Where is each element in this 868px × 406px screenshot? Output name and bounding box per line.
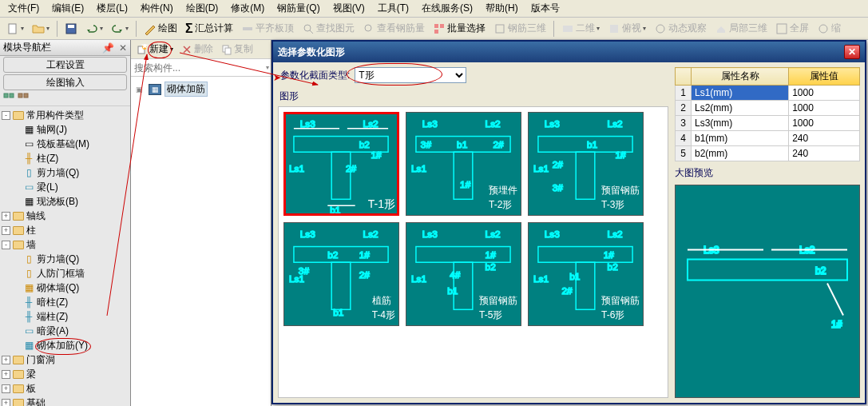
shrink-button[interactable]: 缩 [814, 20, 844, 37]
svg-rect-3 [243, 27, 252, 30]
svg-rect-9 [434, 30, 438, 34]
search-drop-icon[interactable]: ▾ [266, 64, 269, 71]
tree-hidbeam[interactable]: ▭暗梁(A) [2, 324, 129, 338]
collapse-all-icon[interactable] [18, 93, 29, 104]
figure-label: 图形 [279, 90, 668, 103]
shape-thumb-t4[interactable]: Ls3Ls2 3#b2 1#2# b1 Ls1 植筋T-4形 [283, 222, 399, 326]
tree-raft[interactable]: ▭筏板基础(M) [2, 137, 129, 151]
menu-help[interactable]: 帮助(H) [481, 0, 523, 17]
delete-component-button[interactable]: 删除 [179, 42, 216, 57]
tree-root[interactable]: -常用构件类型 [2, 108, 129, 122]
component-item-masonry-rebar[interactable]: ▣ ▦ 砌体加筋 [134, 80, 268, 98]
save-button[interactable] [61, 21, 81, 37]
fullscreen-button[interactable]: 全屏 [772, 20, 812, 37]
svg-text:Ls2: Ls2 [363, 118, 379, 129]
tab-draw-input[interactable]: 绘图输入 [3, 74, 127, 90]
svg-text:Ls2: Ls2 [608, 229, 623, 240]
shape-thumb-t3[interactable]: Ls3Ls2 b11# 2#3# Ls1 预留钢筋T-3形 [528, 112, 644, 216]
new-component-button[interactable]: ★新建▾ [134, 42, 176, 57]
local3d-button[interactable]: 局部三维 [711, 20, 771, 37]
svg-text:Ls2: Ls2 [486, 118, 501, 129]
draw-button[interactable]: 绘图 [141, 20, 180, 37]
batchsel-button[interactable]: 批量选择 [430, 20, 489, 37]
svg-text:Ls3: Ls3 [422, 118, 438, 129]
dynobs-button[interactable]: 动态观察 [651, 20, 710, 37]
tree-hidcol[interactable]: ╫暗柱(Z) [2, 295, 129, 309]
redo-button[interactable]: ▾ [108, 21, 132, 37]
svg-text:3#: 3# [553, 182, 564, 193]
menu-rebar[interactable]: 钢筋量(Q) [272, 0, 324, 17]
dialog-close-button[interactable]: ✕ [844, 45, 860, 59]
tree-endcol[interactable]: ╫端柱(Z) [2, 309, 129, 324]
menu-bar: 文件(F) 编辑(E) 楼层(L) 构件(N) 绘图(D) 修改(M) 钢筋量(… [0, 0, 868, 18]
tree-lbeam[interactable]: +梁 [2, 367, 129, 381]
svg-point-4 [304, 25, 311, 31]
svg-point-6 [365, 25, 371, 31]
param-type-select[interactable]: T形 [355, 67, 466, 83]
sumcalc-button[interactable]: Σ汇总计算 [182, 20, 236, 38]
svg-text:b2: b2 [815, 265, 826, 277]
menu-component[interactable]: 构件(N) [136, 0, 178, 17]
svg-text:1#: 1# [604, 249, 615, 261]
tree-shearwall-l[interactable]: ▯剪力墙(Q) [2, 165, 129, 180]
close-nav-icon[interactable]: ✕ [119, 42, 127, 54]
new-file-button[interactable]: ▾ [3, 21, 27, 37]
tree-wall[interactable]: -墙 [2, 237, 129, 252]
tree-window[interactable]: +门窗洞 [2, 352, 129, 367]
tree-beam[interactable]: ▭梁(L) [2, 180, 129, 194]
tree-foundation[interactable]: +基础 [2, 396, 129, 406]
menu-file[interactable]: 文件(F) [3, 0, 44, 17]
svg-rect-11 [563, 26, 573, 32]
menu-tools[interactable]: 工具(T) [373, 0, 414, 17]
tree-slab[interactable]: ▦现浇板(B) [2, 194, 129, 209]
tab-project-settings[interactable]: 工程设置 [3, 57, 127, 73]
menu-online[interactable]: 在线服务(S) [417, 0, 478, 17]
dialog-titlebar[interactable]: 选择参数化图形 ✕ [273, 42, 865, 62]
shape-thumb-t2[interactable]: Ls3Ls2 3#b12# 1# Ls1 预埋件T-2形 [406, 112, 521, 216]
findelem-button[interactable]: 查找图元 [299, 20, 358, 37]
svg-text:Ls1: Ls1 [533, 163, 549, 174]
svg-rect-7 [434, 24, 438, 28]
svg-text:b1: b1 [447, 285, 458, 297]
svg-rect-16 [4, 94, 8, 98]
shape-thumb-t1[interactable]: Ls3 Ls2 b2 1# 2# b1 Ls1 T-1形 [283, 112, 399, 216]
undo-button[interactable]: ▾ [82, 21, 106, 37]
menu-version[interactable]: 版本号 [526, 0, 565, 17]
tree-doorframe[interactable]: ▯人防门框墙 [2, 266, 129, 281]
svg-text:1#: 1# [460, 179, 471, 190]
topview-button[interactable]: 俯视▾ [604, 20, 649, 37]
tree-col[interactable]: +柱 [2, 223, 129, 237]
prop-row-2[interactable]: 2Ls2(mm)1000 [676, 101, 860, 116]
tree-axis-net[interactable]: ▦轴网(J) [2, 122, 129, 137]
pin-icon[interactable]: 📌 [102, 42, 114, 54]
svg-text:b2: b2 [327, 249, 338, 261]
menu-view[interactable]: 视图(V) [328, 0, 370, 17]
expand-all-icon[interactable] [3, 93, 14, 104]
svg-text:Ls1: Ls1 [411, 273, 426, 285]
prop-row-5[interactable]: 5b2(mm)240 [676, 146, 860, 161]
checkrebar-button[interactable]: 查看钢筋量 [359, 20, 428, 37]
flatboard-button[interactable]: 平齐板顶 [238, 20, 297, 37]
shape-thumb-t6[interactable]: Ls3Ls2 1#b2 2#b1 Ls1 预留钢筋T-6形 [528, 222, 644, 326]
menu-modify[interactable]: 修改(M) [226, 0, 269, 17]
rebar3d-button[interactable]: 钢筋三维 [490, 20, 549, 37]
tree-lslab[interactable]: +板 [2, 381, 129, 396]
prop-row-3[interactable]: 3Ls3(mm)1000 [676, 116, 860, 131]
prop-row-4[interactable]: 4b1(mm)240 [676, 131, 860, 146]
svg-text:b1: b1 [587, 139, 597, 150]
shape-thumb-t5[interactable]: Ls3Ls2 1#b2 4#b1 Ls1 预留钢筋T-5形 [406, 222, 521, 326]
menu-draw[interactable]: 绘图(D) [181, 0, 224, 17]
search-input[interactable] [133, 61, 266, 75]
tree-axis[interactable]: +轴线 [2, 209, 129, 223]
tree-shearwall[interactable]: ▯剪力墙(Q) [2, 252, 129, 266]
open-file-button[interactable]: ▾ [29, 21, 53, 37]
menu-edit[interactable]: 编辑(E) [47, 0, 89, 17]
prop-row-1[interactable]: 1Ls1(mm)1000 [676, 86, 860, 101]
menu-floor[interactable]: 楼层(L) [92, 0, 133, 17]
nav-panel: 模块导航栏 📌✕ 工程设置 绘图输入 -常用构件类型 ▦轴网(J) ▭筏板基础(… [0, 40, 131, 406]
tree-masonry-rebar[interactable]: ▦砌体加筋(Y) [2, 338, 129, 352]
tree-masonry[interactable]: ▦砌体墙(Q) [2, 281, 129, 295]
copy-component-button[interactable]: 复制 [219, 42, 256, 57]
tree-column[interactable]: ╫柱(Z) [2, 151, 129, 165]
view2d-button[interactable]: 二维▾ [558, 20, 603, 37]
